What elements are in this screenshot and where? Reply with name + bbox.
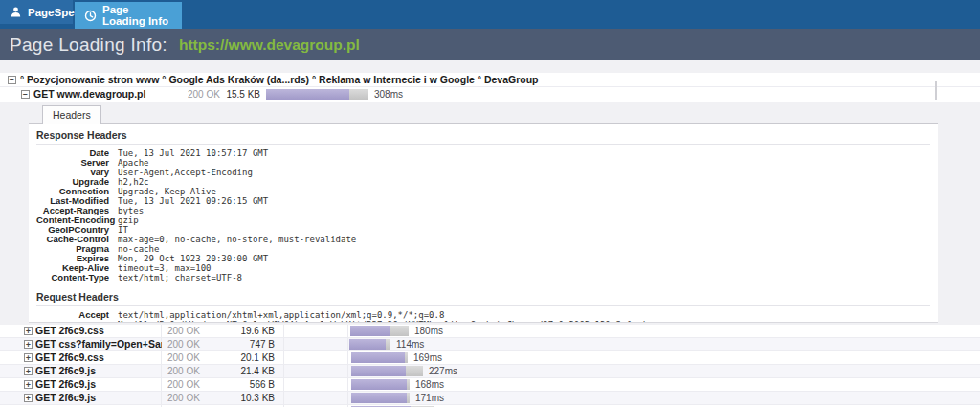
column-divider [347,351,348,364]
header-row: Server Apache [36,158,930,168]
request-headers-title: Request Headers [36,289,930,306]
column-divider [347,338,348,350]
header-value: Mozilla/5.0 (Windows NT 6.1; WOW64) Appl… [118,320,647,323]
column-divider [347,325,348,337]
header-value: Upgrade, Keep-Alive [118,187,216,196]
column-divider [283,392,284,404]
column-divider [283,351,284,364]
header-row: Last-Modified Tue, 13 Jul 2021 09:26:15 … [36,196,930,206]
request-status: 200 OK [167,379,200,390]
collapse-icon[interactable] [8,76,16,84]
waterfall-fill-segment [351,352,405,363]
header-row: User-Agent Mozilla/5.0 (Windows NT 6.1; … [36,320,930,323]
waterfall-fill-segment [350,326,390,336]
column-divider [283,378,284,391]
header-value: text/html; charset=UTF-8 [118,273,242,283]
waterfall-bar [351,366,423,376]
expand-icon[interactable] [24,380,33,389]
request-row[interactable]: GET 2f6c9.css 200 OK 20.1 KB 169ms [0,351,980,365]
header-row: Content-Type text/html; charset=UTF-8 [36,273,930,283]
header-row: Date Tue, 13 Jul 2021 10:57:17 GMT [36,148,930,158]
request-time: 169ms [413,352,442,363]
waterfall-tail-segment [405,352,408,363]
request-size: 747 B [215,339,275,350]
tab-pagespeed[interactable]: PageSpeed [0,0,73,24]
waterfall-bar [351,352,408,363]
waterfall-fill-segment [266,89,349,100]
request-time: 180ms [414,326,443,336]
header-value: Tue, 13 Jul 2021 09:26:15 GMT [118,196,268,206]
waterfall-fill-segment [351,366,406,376]
header-value: Apache [118,158,149,168]
waterfall-tail-segment [390,326,409,336]
request-status: 200 OK [167,366,200,376]
request-status: 200 OK [167,352,200,363]
request-row[interactable]: GET 2f6c9.js 200 OK 21.4 KB 227ms [0,365,980,378]
waterfall-bar [351,379,410,390]
header-value: IT [118,225,128,235]
header-value: gzip [118,215,139,225]
request-time: 308ms [374,89,403,100]
expand-icon[interactable] [24,367,33,375]
header-row: Connection Upgrade, Keep-Alive [36,187,930,196]
request-size: 10.3 KB [215,393,275,403]
request-name: GET 2f6c9.js [35,365,162,376]
tab-headers[interactable]: Headers [42,105,101,124]
request-row[interactable]: GET 2f6c9.js 200 OK 566 B 168ms [0,378,980,392]
waterfall-bar [349,339,390,350]
waterfall-bar [266,89,368,100]
tab-page-loading-info[interactable]: Page Loading Info [75,2,182,29]
header-band: Page Loading Info: https://www.devagroup… [0,29,980,60]
waterfall-fill-segment [351,379,407,390]
request-time: 114ms [396,339,424,350]
waterfall-bar [350,326,409,336]
header-row: Content-Encoding gzip [36,215,930,225]
collapse-icon[interactable] [21,90,30,99]
column-divider [347,392,348,404]
expand-icon[interactable] [24,327,33,335]
request-size: 15.5 KB [201,89,260,100]
headers-panel: Response Headers Date Tue, 13 Jul 2021 1… [29,123,938,323]
header-value: h2,h2c [118,177,149,187]
header-value: Mon, 29 Oct 1923 20:30:00 GMT [118,254,268,263]
top-tab-bar: PageSpeed Page Loading Info [0,0,980,29]
request-time: 171ms [415,393,444,403]
request-row[interactable]: GET css?family=Open+Sans:1,3( 200 OK 747… [0,338,980,351]
column-divider [283,365,284,377]
request-list: GET 2f6c9.css 200 OK 19.6 KB 180ms GET c… [0,325,980,407]
header-value: User-Agent,Accept-Encoding [118,168,253,177]
page-group-title: ° Pozycjonowanie stron www ° Google Ads … [20,74,539,85]
header-row: Accept text/html,application/xhtml+xml,a… [36,310,930,320]
response-headers-list: Date Tue, 13 Jul 2021 10:57:17 GMT Serve… [36,148,930,283]
request-row[interactable]: GET 2f6c9.js 200 OK 10.3 KB 171ms [0,392,980,405]
history-clock-icon [84,10,97,22]
page-loading-info-window: PageSpeed Page Loading Info Page Loading… [0,0,980,407]
request-name: GET 2f6c9.css [35,325,162,336]
expand-icon[interactable] [24,394,33,402]
request-row[interactable]: GET 2f6c9.css 200 OK 19.6 KB 180ms [0,325,980,338]
header-value: Tue, 13 Jul 2021 10:57:17 GMT [118,148,268,158]
request-size: 20.1 KB [215,352,275,363]
request-name: GET 2f6c9.css [35,351,162,363]
request-size: 566 B [215,379,275,390]
header-row: Accept-Ranges bytes [36,206,930,215]
header-value: text/html,application/xhtml+xml,applicat… [118,310,444,320]
header-row: GeoIPCountry IT [36,225,930,235]
expand-icon[interactable] [24,353,33,362]
expand-icon[interactable] [24,340,33,349]
header-row: Upgrade h2,h2c [36,177,930,187]
waterfall-tail-segment [386,339,390,350]
waterfall-fill-segment [351,393,407,403]
column-divider [347,365,348,377]
request-size: 21.4 KB [215,366,275,376]
main-request-row[interactable]: GET www.devagroup.pl 200 OK 15.5 KB 308m… [0,87,980,102]
header-value: no-cache [118,244,159,254]
waterfall-tail-segment [406,366,423,376]
page-url-link[interactable]: https://www.devagroup.pl [179,36,360,54]
header-name: Content-Type [36,273,109,283]
header-row: Keep-Alive timeout=3, max=100 [36,263,930,273]
request-status: 200 OK [167,339,200,350]
vertical-divider [935,81,937,100]
header-value: bytes [118,206,144,215]
page-group-row[interactable]: ° Pozycjonowanie stron www ° Google Ads … [0,73,980,87]
